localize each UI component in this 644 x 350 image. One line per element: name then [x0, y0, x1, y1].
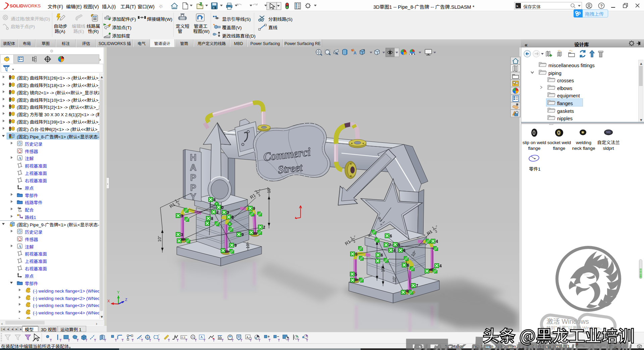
- svg-text:A: A: [200, 335, 203, 339]
- svg-text:6: 6: [390, 234, 392, 238]
- svg-text:H: H: [190, 152, 197, 163]
- svg-text:0: 0: [221, 205, 224, 210]
- svg-text:A: A: [246, 336, 249, 339]
- svg-text:5: 5: [398, 243, 400, 247]
- svg-text:6: 6: [381, 253, 383, 258]
- svg-text:3: 3: [181, 214, 183, 218]
- svg-text:9: 9: [241, 232, 244, 237]
- svg-text:3: 3: [181, 232, 183, 237]
- svg-text:5: 5: [355, 252, 358, 257]
- svg-text:8: 8: [211, 216, 213, 221]
- svg-text:Z: Z: [125, 298, 127, 302]
- svg-text:Y: Y: [117, 290, 120, 294]
- svg-text:5: 5: [355, 272, 357, 277]
- svg-text:10": 10": [381, 266, 385, 272]
- svg-text:6: 6: [403, 248, 406, 253]
- svg-text:10": 10": [157, 236, 162, 242]
- svg-text:9: 9: [231, 215, 234, 220]
- svg-text:SOLIDWORKS: SOLIDWORKS: [10, 3, 41, 8]
- svg-text:9: 9: [253, 206, 255, 211]
- svg-text:10": 10": [267, 187, 271, 193]
- svg-text:P: P: [190, 183, 196, 193]
- svg-text:4: 4: [439, 264, 442, 268]
- svg-text:4: 4: [393, 248, 396, 253]
- svg-text:A: A: [18, 156, 21, 161]
- svg-text:8: 8: [213, 198, 216, 202]
- svg-text:10": 10": [392, 276, 397, 282]
- svg-text:9: 9: [234, 243, 237, 248]
- svg-text:A: A: [354, 51, 357, 55]
- svg-text:N: N: [192, 335, 194, 339]
- svg-text:7: 7: [416, 283, 418, 288]
- svg-text:2: 2: [216, 210, 219, 215]
- svg-text:7: 7: [389, 243, 391, 248]
- svg-text:4: 4: [436, 239, 438, 244]
- svg-text:10": 10": [246, 243, 250, 249]
- svg-text:3: 3: [227, 210, 229, 215]
- svg-text:X: X: [107, 299, 110, 303]
- svg-text:6: 6: [407, 263, 409, 268]
- svg-text:A: A: [18, 244, 21, 249]
- svg-text:?: ?: [600, 4, 603, 8]
- svg-text:Y: Y: [190, 192, 196, 202]
- svg-text:2: 2: [263, 225, 265, 230]
- svg-text:A: A: [190, 163, 197, 173]
- svg-text:P: P: [190, 173, 196, 183]
